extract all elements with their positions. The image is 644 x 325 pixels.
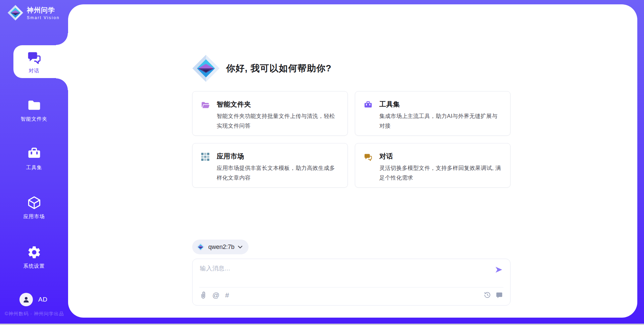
folder-open-icon (201, 100, 217, 135)
message-composer[interactable]: 输入消息... @ # (192, 259, 511, 306)
sidebar-item-app-market[interactable]: 应用市场 (0, 195, 68, 220)
message-input[interactable]: 输入消息... (200, 264, 230, 272)
feature-cards: 智能文件夹 智能文件夹功能支持批量文件上传与清洗，轻松实现文件问答 工具集 集成… (192, 91, 511, 188)
sidebar-item-label: 系统设置 (23, 263, 45, 269)
sidebar-item-label: 智能文件夹 (21, 116, 48, 122)
chevron-down-icon (238, 246, 243, 249)
card-app-market[interactable]: 应用市场 应用市场提供丰富长文本模板，助力高效生成多样化文章内容 (192, 143, 348, 188)
brand-subtitle: Smart Vision (27, 15, 60, 20)
grid-icon (201, 152, 217, 187)
model-selector[interactable]: qwen2:7b (192, 240, 249, 254)
sidebar-item-label: 应用市场 (23, 213, 45, 220)
toolbox-icon (27, 146, 42, 161)
history-icon[interactable] (484, 291, 491, 299)
mention-icon[interactable]: @ (212, 291, 219, 299)
brand-name: 神州问学 (27, 6, 60, 15)
toolbox-icon (364, 100, 379, 135)
brand: 神州问学 Smart Vision (7, 5, 60, 21)
avatar (19, 293, 33, 306)
copyright-text: ©神州数码 · 神州问学出品 (5, 311, 64, 317)
model-name: qwen2:7b (208, 244, 234, 251)
brand-logo-icon (7, 5, 23, 21)
sidebar-item-settings[interactable]: 系统设置 (0, 245, 68, 269)
card-description: 智能文件夹功能支持批量文件上传与清洗，轻松实现文件问答 (217, 111, 339, 131)
card-description: 应用市场提供丰富长文本模板，助力高效生成多样化文章内容 (217, 163, 339, 183)
card-description: 灵活切换多模型文件，支持多样回复效果调试, 满足个性化需求 (379, 163, 502, 183)
chat-bubbles-icon (364, 152, 379, 187)
card-title: 对话 (379, 152, 502, 161)
sidebar-item-toolset[interactable]: 工具集 (0, 146, 68, 171)
chat-bubbles-icon (26, 50, 42, 65)
greeting-block: 你好, 我可以如何帮助你? (192, 54, 332, 82)
cube-icon (27, 195, 42, 210)
composer-divider (199, 287, 503, 287)
tab-curve-top (56, 33, 68, 45)
user-name: AD (38, 296, 47, 303)
card-smart-folder[interactable]: 智能文件夹 智能文件夹功能支持批量文件上传与清洗，轻松实现文件问答 (192, 91, 348, 136)
sidebar-item-label: 工具集 (26, 165, 42, 171)
card-title: 智能文件夹 (217, 100, 339, 109)
card-chat[interactable]: 对话 灵活切换多模型文件，支持多样回复效果调试, 满足个性化需求 (355, 143, 511, 188)
sidebar-item-label: 对话 (29, 68, 40, 74)
user-account[interactable]: AD (19, 293, 47, 306)
card-title: 工具集 (379, 100, 502, 109)
greeting-title: 你好, 我可以如何帮助你? (226, 62, 332, 74)
model-logo-icon (196, 243, 205, 251)
card-title: 应用市场 (217, 152, 339, 161)
card-toolset[interactable]: 工具集 集成市场上主流工具，助力AI与外界无缝扩展与对接 (355, 91, 511, 136)
attachment-icon[interactable] (200, 291, 207, 299)
person-icon (22, 296, 30, 304)
sidebar-item-chat[interactable]: 对话 (13, 45, 72, 78)
app-logo-icon (192, 54, 220, 82)
bottom-edge-strip (0, 324, 644, 325)
tab-curve-bottom (56, 78, 68, 90)
send-icon[interactable] (495, 266, 503, 274)
gear-icon (27, 245, 42, 260)
card-description: 集成市场上主流工具，助力AI与外界无缝扩展与对接 (379, 111, 502, 131)
sidebar-item-smart-folder[interactable]: 智能文件夹 (0, 98, 68, 122)
feedback-bubble-icon[interactable] (496, 291, 503, 299)
topic-icon[interactable]: # (225, 291, 229, 299)
folder-icon (27, 98, 42, 113)
